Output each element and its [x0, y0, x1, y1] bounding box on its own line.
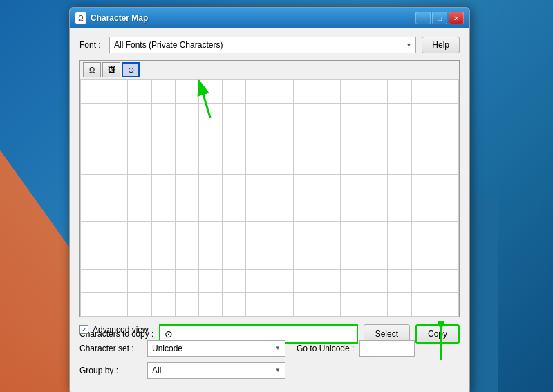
char-cell[interactable]: [199, 198, 223, 222]
grid-tool-circle[interactable]: ⊙: [122, 62, 140, 77]
char-cell[interactable]: [246, 198, 270, 222]
char-cell[interactable]: [412, 80, 435, 104]
char-cell[interactable]: [435, 270, 459, 293]
char-cell[interactable]: [128, 127, 151, 151]
char-cell[interactable]: [152, 104, 176, 127]
char-cell[interactable]: [435, 293, 459, 317]
char-cell[interactable]: [412, 245, 435, 269]
char-cell[interactable]: [270, 104, 294, 127]
char-cell[interactable]: [176, 175, 199, 198]
char-cell[interactable]: [128, 80, 151, 104]
char-cell[interactable]: [81, 222, 104, 245]
char-cell[interactable]: [388, 104, 411, 127]
char-cell[interactable]: [246, 293, 270, 317]
char-cell[interactable]: [270, 80, 294, 104]
char-cell[interactable]: [199, 245, 223, 269]
char-cell[interactable]: [176, 222, 199, 245]
char-cell[interactable]: [81, 104, 104, 127]
char-cell[interactable]: [341, 175, 364, 198]
char-cell[interactable]: [270, 198, 294, 222]
char-cell[interactable]: [435, 80, 459, 104]
char-cell[interactable]: [388, 222, 411, 245]
char-cell[interactable]: [317, 198, 341, 222]
charset-dropdown[interactable]: Unicode ▼: [147, 340, 285, 357]
char-cell[interactable]: [223, 151, 246, 175]
char-cell[interactable]: [246, 175, 270, 198]
char-cell[interactable]: [412, 293, 435, 317]
char-cell[interactable]: [223, 293, 246, 317]
char-cell[interactable]: [176, 127, 199, 151]
char-cell[interactable]: [246, 104, 270, 127]
char-cell[interactable]: [246, 151, 270, 175]
char-cell[interactable]: [81, 198, 104, 222]
char-cell[interactable]: [294, 127, 317, 151]
char-cell[interactable]: [128, 293, 151, 317]
char-cell[interactable]: [223, 127, 246, 151]
char-cell[interactable]: [176, 80, 199, 104]
char-cell[interactable]: [317, 270, 341, 293]
char-cell[interactable]: [294, 198, 317, 222]
char-cell[interactable]: [412, 104, 435, 127]
char-cell[interactable]: [246, 270, 270, 293]
char-cell[interactable]: [176, 245, 199, 269]
char-cell[interactable]: [364, 104, 388, 127]
char-cell[interactable]: [341, 293, 364, 317]
char-cell[interactable]: [364, 245, 388, 269]
char-cell[interactable]: [152, 151, 176, 175]
char-cell[interactable]: [294, 270, 317, 293]
grid-tool-omega[interactable]: Ω: [83, 62, 101, 77]
char-cell[interactable]: [317, 80, 341, 104]
char-cell[interactable]: [388, 175, 411, 198]
char-cell[interactable]: [388, 293, 411, 317]
char-cell[interactable]: [223, 80, 246, 104]
minimize-button[interactable]: —: [415, 12, 431, 24]
char-cell[interactable]: [364, 127, 388, 151]
char-cell[interactable]: [81, 175, 104, 198]
char-cell[interactable]: [176, 198, 199, 222]
char-cell[interactable]: [412, 270, 435, 293]
char-cell[interactable]: [412, 151, 435, 175]
char-cell[interactable]: [317, 222, 341, 245]
char-cell[interactable]: [388, 245, 411, 269]
char-cell[interactable]: [270, 151, 294, 175]
char-cell[interactable]: [104, 198, 128, 222]
char-cell[interactable]: [246, 127, 270, 151]
char-cell[interactable]: [294, 245, 317, 269]
char-cell[interactable]: [435, 151, 459, 175]
char-cell[interactable]: [104, 245, 128, 269]
char-cell[interactable]: [270, 293, 294, 317]
group-by-dropdown[interactable]: All ▼: [147, 362, 285, 379]
char-cell[interactable]: [199, 293, 223, 317]
char-cell[interactable]: [388, 270, 411, 293]
advanced-view-checkbox[interactable]: ✓: [79, 325, 88, 334]
char-cell[interactable]: [294, 151, 317, 175]
char-cell[interactable]: [223, 175, 246, 198]
goto-unicode-input[interactable]: [359, 340, 415, 357]
char-cell[interactable]: [270, 127, 294, 151]
char-cell[interactable]: [152, 245, 176, 269]
char-cell[interactable]: [199, 222, 223, 245]
char-cell[interactable]: [81, 245, 104, 269]
char-cell[interactable]: [294, 104, 317, 127]
char-cell[interactable]: [341, 151, 364, 175]
char-cell[interactable]: [294, 293, 317, 317]
char-cell[interactable]: [152, 127, 176, 151]
char-cell[interactable]: [128, 104, 151, 127]
char-cell[interactable]: [412, 198, 435, 222]
char-cell[interactable]: [364, 80, 388, 104]
char-cell[interactable]: [435, 222, 459, 245]
char-cell[interactable]: [128, 151, 151, 175]
char-cell[interactable]: [317, 127, 341, 151]
char-cell[interactable]: [388, 151, 411, 175]
char-cell[interactable]: [364, 198, 388, 222]
char-cell[interactable]: [199, 127, 223, 151]
char-cell[interactable]: [152, 270, 176, 293]
char-cell[interactable]: [223, 270, 246, 293]
char-cell[interactable]: [152, 222, 176, 245]
char-cell[interactable]: [270, 175, 294, 198]
char-cell[interactable]: [223, 245, 246, 269]
char-cell[interactable]: [364, 222, 388, 245]
char-cell[interactable]: [435, 104, 459, 127]
char-cell[interactable]: [81, 127, 104, 151]
char-cell[interactable]: [294, 175, 317, 198]
